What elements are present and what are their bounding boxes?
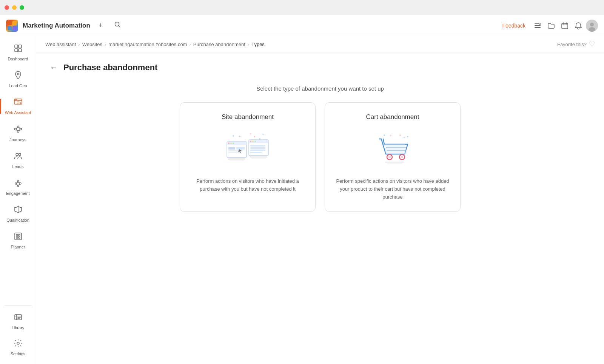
svg-rect-3 (12, 26, 17, 30)
cart-abandonment-illustration: + + (362, 128, 423, 170)
cart-abandonment-card[interactable]: Cart abandonment + + (325, 102, 461, 212)
zoho-logo (6, 20, 18, 32)
svg-line-43 (18, 184, 20, 185)
svg-point-89 (388, 156, 391, 158)
header-left: Marketing Automation + (6, 20, 123, 32)
breadcrumb-web-assistant[interactable]: Web assistant (45, 42, 76, 47)
sidebar-item-planner[interactable]: Planner (2, 228, 35, 253)
svg-point-62 (233, 143, 234, 144)
sidebar-item-qualification-label: Qualification (6, 218, 29, 223)
close-button[interactable] (5, 5, 9, 10)
page-header: ← Purchase abandonment (48, 62, 592, 73)
search-button[interactable] (111, 20, 123, 32)
svg-rect-18 (18, 45, 22, 48)
breadcrumb-purchase[interactable]: Purchase abandonment (193, 42, 245, 47)
svg-rect-48 (18, 237, 20, 238)
cart-abandonment-title: Cart abandonment (366, 113, 419, 121)
sidebar-item-lead-gen-label: Lead Gen (9, 83, 27, 88)
sidebar-item-dashboard[interactable]: Dashboard (2, 40, 35, 65)
breadcrumb: Web assistant › Websites › marketingauto… (45, 42, 265, 47)
breadcrumb-websites[interactable]: Websites (82, 42, 102, 47)
svg-rect-77 (228, 158, 245, 160)
breadcrumb-sep-4: › (248, 42, 249, 47)
svg-point-16 (589, 27, 595, 32)
minimize-button[interactable] (12, 5, 17, 10)
site-abandonment-title: Site abandonment (222, 113, 274, 121)
section-subtitle: Select the type of abandonment you want … (48, 85, 592, 92)
svg-point-51 (233, 135, 234, 137)
folder-icon-button[interactable] (545, 20, 557, 32)
avatar[interactable] (586, 20, 598, 32)
svg-line-41 (18, 182, 20, 183)
svg-rect-45 (16, 234, 18, 236)
svg-rect-46 (18, 234, 20, 236)
svg-rect-64 (236, 147, 245, 150)
back-arrow-icon: ← (50, 63, 57, 71)
breadcrumb-domain[interactable]: marketingautomation.zohosites.com (108, 42, 187, 47)
svg-point-70 (250, 141, 251, 142)
breadcrumb-bar: Web assistant › Websites › marketingauto… (36, 36, 604, 52)
svg-point-21 (17, 73, 19, 75)
svg-point-27 (17, 126, 19, 128)
sidebar-item-journeys[interactable]: Journeys (2, 121, 35, 146)
svg-point-34 (16, 153, 18, 156)
svg-text:+: + (403, 136, 405, 140)
svg-point-29 (17, 130, 19, 132)
site-abandonment-card[interactable]: Site abandonment + + + (180, 102, 316, 212)
calendar-icon-button[interactable] (559, 20, 571, 32)
add-button[interactable]: + (95, 20, 107, 32)
svg-point-91 (401, 156, 403, 158)
sidebar-item-journeys-label: Journeys (9, 137, 26, 142)
main-layout: Dashboard Lead Gen (0, 36, 604, 364)
svg-point-60 (228, 143, 230, 144)
web-assistant-icon (14, 97, 23, 109)
svg-text:+: + (390, 133, 392, 137)
sidebar-item-planner-label: Planner (11, 245, 25, 250)
svg-point-61 (230, 143, 232, 144)
svg-rect-93 (387, 163, 402, 164)
sidebar-item-leads[interactable]: Leads (2, 148, 35, 173)
breadcrumb-sep-3: › (189, 42, 191, 47)
svg-rect-49 (15, 315, 22, 320)
svg-rect-73 (250, 145, 265, 147)
svg-rect-1 (12, 21, 17, 25)
svg-point-15 (590, 23, 594, 26)
list-icon-button[interactable] (532, 20, 544, 32)
sidebar-item-web-assistant[interactable]: Web Assistant (2, 94, 35, 119)
svg-rect-78 (230, 160, 244, 161)
sidebar-item-qualification[interactable]: Qualification (2, 201, 35, 227)
back-button[interactable]: ← (48, 62, 59, 73)
svg-line-30 (16, 127, 17, 128)
svg-rect-63 (228, 147, 235, 150)
sidebar-item-library[interactable]: Library (2, 309, 35, 334)
sidebar: Dashboard Lead Gen (0, 36, 36, 364)
site-abandonment-illustration: + + + (217, 128, 278, 170)
page-content: ← Purchase abandonment Select the type o… (36, 52, 604, 364)
svg-point-71 (252, 141, 254, 142)
sidebar-item-settings[interactable]: Settings (2, 335, 35, 360)
sidebar-bottom: Library Settings (0, 302, 36, 361)
sidebar-item-lead-gen[interactable]: Lead Gen (2, 67, 35, 92)
feedback-button[interactable]: Feedback (499, 21, 528, 30)
svg-rect-9 (539, 23, 541, 25)
app-title: Marketing Automation (23, 22, 90, 29)
breadcrumb-types: Types (251, 42, 265, 47)
svg-text:+: + (250, 132, 252, 136)
svg-point-24 (15, 99, 16, 100)
sidebar-item-engagement[interactable]: Engagement (2, 174, 35, 200)
svg-rect-76 (250, 152, 262, 153)
notification-icon-button[interactable] (572, 20, 584, 32)
svg-point-83 (399, 134, 401, 136)
leads-icon (14, 151, 23, 163)
maximize-button[interactable] (20, 5, 24, 10)
heart-icon[interactable]: ♡ (589, 40, 595, 48)
svg-point-36 (17, 180, 19, 182)
svg-rect-10 (562, 23, 568, 29)
svg-line-32 (16, 130, 17, 131)
sidebar-item-settings-label: Settings (11, 352, 26, 356)
titlebar (0, 0, 604, 15)
svg-line-5 (119, 26, 120, 28)
engagement-icon (14, 178, 23, 190)
sidebar-item-engagement-label: Engagement (6, 191, 29, 196)
svg-rect-69 (249, 142, 268, 143)
